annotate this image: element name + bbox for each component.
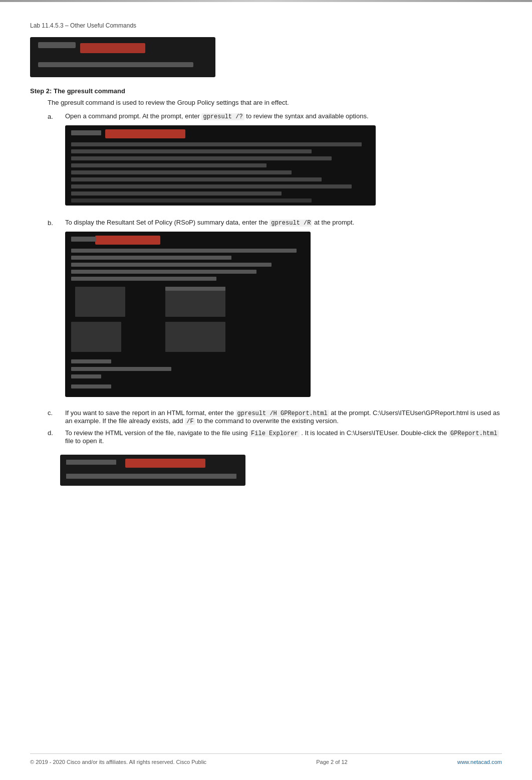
text-b-after: at the prompt. [314,219,354,226]
code-b: gpresult /R [270,220,312,227]
content-a: Open a command prompt. At the prompt, en… [65,112,502,211]
bottom-screenshot [60,455,245,486]
footer: © 2019 - 2020 Cisco and/or its affiliate… [30,753,502,765]
text-d-after: . It is located in C:\Users\ITEUser. Dou… [301,429,447,437]
lab-title: Lab 11.4.5.3 – Other Useful Commands [30,22,502,29]
label-a: a. [48,112,65,120]
mock-tl-a5 [71,163,267,167]
mock-tl-b4 [71,263,272,267]
mock-tl-b2 [71,249,297,253]
step2-body: The gpresult command is used to review t… [48,99,502,106]
list-item-a: a. Open a command prompt. At the prompt,… [48,112,502,211]
screenshot-b [65,232,311,397]
list-item-d: d. To review the HTML version of the fil… [48,429,502,445]
mock-col-b4 [165,322,225,352]
mock-tl-c2 [66,474,236,479]
content-d: To review the HTML version of the file, … [65,429,502,445]
red-bar-b [95,236,160,245]
mock-red-1 [80,43,145,53]
mock-tl-b8 [71,359,111,363]
step-list: a. Open a command prompt. At the prompt,… [48,112,502,402]
text-b-before: To display the Resultant Set of Policy (… [65,219,268,226]
footer-copyright: © 2019 - 2020 Cisco and/or its affiliate… [30,759,206,765]
mock-tl-a10 [71,199,312,203]
code-d: File Explorer [249,430,300,437]
red-bar-a [105,129,185,138]
text-d-after2: file to open it. [65,437,104,445]
code-d2: GPReport.html [449,430,499,437]
content-b: To display the Resultant Set of Policy (… [65,219,502,402]
bottom-image-container [60,455,502,486]
top-screenshot [30,37,215,77]
mock-tl-b1 [71,237,96,242]
mock-tl-c1 [66,460,116,465]
mock-tl-b10 [71,374,101,378]
mock-col-b1 [75,287,125,317]
text-d-before: To review the HTML version of the file, … [65,429,247,437]
mock-tl-a4 [71,156,332,160]
text-c-after2: to the command to overwrite the existing… [197,417,339,425]
mock-tl-a6 [71,170,292,174]
footer-url: www.netacad.com [457,759,502,765]
mock-col-b2 [165,287,225,317]
mock-tl-b11 [71,384,111,388]
mock-tl-a9 [71,191,282,196]
mock-col-b3 [71,322,121,352]
label-b: b. [48,219,65,227]
content-c: If you want to save the report in an HTM… [65,409,502,425]
text-a-before: Open a command prompt. At the prompt, en… [65,112,200,120]
mock-tl-b9 [71,367,171,371]
mock-tl-a8 [71,184,352,188]
footer-page: Page 2 of 12 [316,759,347,765]
screenshot-a [65,125,376,206]
code-c2: /F [185,418,195,425]
mock-tl-b5 [71,270,256,274]
red-bar-c [125,459,205,468]
label-d: d. [48,429,65,445]
top-image-container [30,37,502,77]
mock-tl-a2 [71,142,362,146]
list-item-c: c. If you want to save the report in an … [48,409,502,425]
mock-tl-b6 [71,277,216,281]
mock-tl-a3 [71,149,312,153]
mock-tl-b7 [165,287,225,291]
code-c: gpresult /H GPReport.html [236,410,329,417]
step2-title: Step 2: The gpresult command [30,87,502,95]
mock-line-2 [38,62,193,67]
mock-tl-b3 [71,256,231,260]
list-item-b: b. To display the Resultant Set of Polic… [48,219,502,402]
text-c-before: If you want to save the report in an HTM… [65,409,234,417]
mock-line-1 [38,42,76,48]
code-a: gpresult /? [201,113,244,120]
mock-tl-a7 [71,177,322,181]
page: Lab 11.4.5.3 – Other Useful Commands Ste… [0,0,532,780]
top-bar [0,0,532,2]
label-c: c. [48,409,65,425]
mock-tl-a1 [71,130,101,135]
items-cd: c. If you want to save the report in an … [48,409,502,445]
text-a-after: to review the syntax and available optio… [246,112,368,120]
